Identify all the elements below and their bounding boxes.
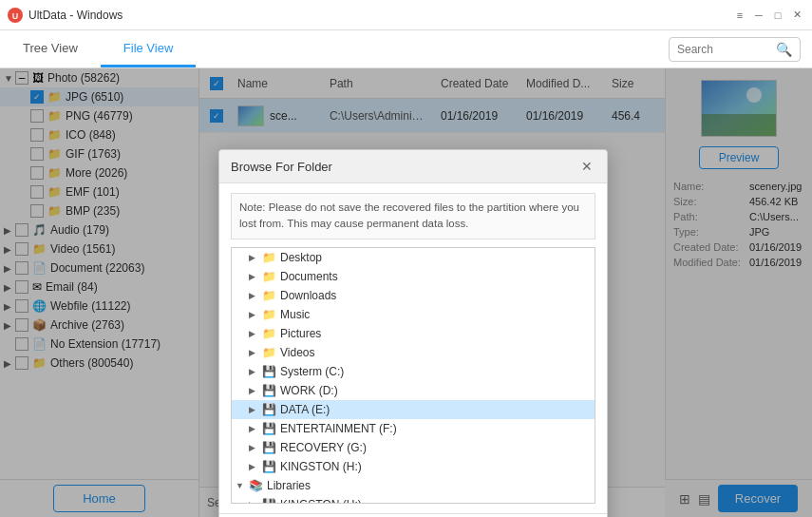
folder-item-pictures[interactable]: ▶ 📁 Pictures [232, 324, 595, 343]
modal-body: Note: Please do not save the recovered f… [219, 183, 607, 513]
folder-item-h-drive[interactable]: ▶ 💾 KINGSTON (H:) [232, 457, 595, 476]
expand-icon: ▶ [249, 272, 262, 281]
drive-icon: 💾 [262, 498, 276, 504]
search-input[interactable] [677, 43, 772, 56]
folder-icon: 📁 [262, 308, 276, 321]
expand-icon: ▶ [249, 329, 262, 338]
folder-icon: 📚 [249, 479, 263, 492]
folder-label: RECOVERY (G:) [280, 441, 367, 454]
modal-overlay: Browse For Folder ✕ Note: Please do not … [0, 68, 812, 517]
modal-close-button[interactable]: ✕ [578, 158, 595, 175]
folder-item-d-drive[interactable]: ▶ 💾 WORK (D:) [232, 381, 595, 400]
expand-icon: ▶ [249, 500, 262, 504]
expand-icon: ▶ [249, 443, 262, 452]
drive-icon: 💾 [262, 441, 276, 454]
expand-icon: ▶ [249, 253, 262, 262]
expand-icon: ▶ [249, 291, 262, 300]
folder-icon: 📁 [262, 289, 276, 302]
folder-label: Desktop [280, 251, 322, 264]
folder-label: Pictures [280, 327, 321, 340]
titlebar-left: U UltData - Windows [8, 8, 123, 23]
folder-label: WORK (D:) [280, 384, 338, 397]
minimize-icon[interactable]: ─ [751, 8, 766, 23]
folder-item-libraries[interactable]: ▼ 📚 Libraries [232, 476, 595, 495]
drive-icon: 💾 [262, 422, 276, 435]
folder-item-desktop[interactable]: ▶ 📁 Desktop [232, 248, 595, 267]
folder-label: ENTERTAINMENT (F:) [280, 422, 397, 435]
tabbar-right: 🔍 [669, 30, 812, 67]
folder-label: KINGSTON (H:) [280, 460, 362, 473]
titlebar: U UltData - Windows ≡ ─ □ ✕ [0, 0, 812, 30]
app-logo: U [8, 8, 23, 23]
modal-header: Browse For Folder ✕ [219, 150, 607, 183]
folder-item-f-drive[interactable]: ▶ 💾 ENTERTAINMENT (F:) [232, 419, 595, 438]
expand-icon: ▶ [249, 424, 262, 433]
folder-label: DATA (E:) [280, 403, 330, 416]
menu-icon[interactable]: ≡ [732, 8, 747, 23]
drive-icon: 💾 [262, 403, 276, 416]
folder-label: Libraries [267, 479, 311, 492]
browse-folder-modal: Browse For Folder ✕ Note: Please do not … [218, 149, 608, 517]
expand-icon: ▶ [249, 348, 262, 357]
folder-item-music[interactable]: ▶ 📁 Music [232, 305, 595, 324]
search-icon[interactable]: 🔍 [776, 42, 792, 57]
titlebar-controls: ≡ ─ □ ✕ [732, 8, 804, 23]
folder-icon: 📁 [262, 327, 276, 340]
folder-label: Downloads [280, 289, 336, 302]
modal-warning-text: Note: Please do not save the recovered f… [231, 193, 595, 239]
folder-item-videos[interactable]: ▶ 📁 Videos [232, 343, 595, 362]
maximize-icon[interactable]: □ [770, 8, 785, 23]
modal-footer: Make New Folder OK Cancel [219, 513, 607, 518]
svg-text:U: U [12, 11, 19, 21]
drive-icon: 💾 [262, 460, 276, 473]
folder-label: Music [280, 308, 310, 321]
tab-file-view[interactable]: File View [101, 30, 197, 67]
close-icon[interactable]: ✕ [789, 8, 804, 23]
folder-label: Documents [280, 270, 338, 283]
expand-icon: ▶ [249, 367, 262, 376]
drive-icon: 💾 [262, 384, 276, 397]
folder-item-downloads[interactable]: ▶ 📁 Downloads [232, 286, 595, 305]
folder-label: KINGSTON (H:) [280, 498, 362, 504]
expand-icon: ▶ [249, 462, 262, 471]
app-title: UltData - Windows [28, 9, 123, 22]
drive-icon: 💾 [262, 365, 276, 378]
main-layout: ▼ – 🖼 Photo (58262) ✓ 📁 JPG (6510) 📁 PNG… [0, 68, 812, 517]
modal-title: Browse For Folder [231, 160, 332, 174]
folder-item-e-drive[interactable]: ▶ 💾 DATA (E:) [232, 400, 595, 419]
folder-label: Systerm (C:) [280, 365, 344, 378]
folder-item-kingston-lib[interactable]: ▶ 💾 KINGSTON (H:) [232, 495, 595, 504]
folder-icon: 📁 [262, 270, 276, 283]
tabbar: Tree View File View 🔍 [0, 30, 812, 68]
folder-item-documents[interactable]: ▶ 📁 Documents [232, 267, 595, 286]
folder-item-c-drive[interactable]: ▶ 💾 Systerm (C:) [232, 362, 595, 381]
folder-icon: 📁 [262, 346, 276, 359]
search-box: 🔍 [669, 37, 801, 62]
folder-item-g-drive[interactable]: ▶ 💾 RECOVERY (G:) [232, 438, 595, 457]
expand-icon: ▼ [236, 481, 249, 490]
tab-tree-view[interactable]: Tree View [0, 30, 101, 67]
folder-icon: 📁 [262, 251, 276, 264]
folder-tree[interactable]: ▶ 📁 Desktop ▶ 📁 Documents ▶ 📁 Downl [231, 247, 595, 504]
folder-label: Videos [280, 346, 314, 359]
expand-icon: ▶ [249, 386, 262, 395]
expand-icon: ▶ [249, 310, 262, 319]
expand-icon: ▶ [249, 405, 262, 414]
